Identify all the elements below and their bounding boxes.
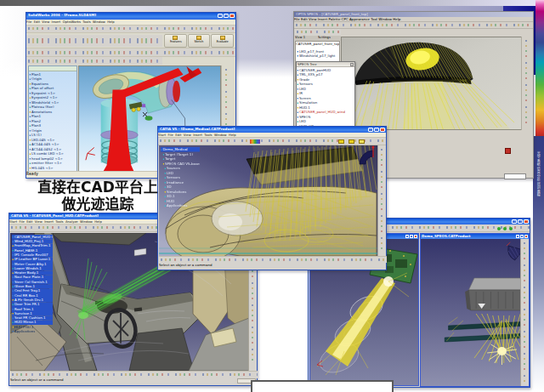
caption: 直接在CAD平台上 做光迹追踪 [26, 179, 170, 213]
side-vertical-text: 光学系统仿真分析培训教程 [536, 151, 541, 197]
medical-minimize-button[interactable] [368, 128, 373, 132]
medical-titlebar[interactable]: CATIA V5 - [Demo_Medical.CATProduct] [158, 127, 386, 133]
hud-tree-item[interactable]: Steer Col Garnish.1 [12, 280, 53, 284]
rainbow-strip [536, 0, 544, 141]
optis-toolbar[interactable] [294, 22, 533, 29]
pcb-min-button[interactable] [405, 235, 409, 238]
sw-cmd-features[interactable]: Features [164, 34, 187, 48]
lamp-min-button[interactable] [516, 235, 519, 238]
speos-tree-palette: SPEOS Tree CATUSER_panHUDTML_3XS_p17Grad… [296, 61, 355, 128]
medical-right-toolbar[interactable] [377, 145, 386, 256]
bottom-text-box [251, 380, 394, 392]
projector-minimize-button[interactable] [512, 219, 517, 224]
optis-right-toolbar[interactable] [521, 37, 532, 130]
palette-close-icon[interactable] [350, 63, 354, 66]
medical-statusbar: Select an object or a command [159, 263, 387, 270]
sw-cmd-sketch[interactable]: Sketch [188, 34, 211, 48]
hud-statusbar: Select an object or a command [10, 378, 258, 385]
hud-tree-item[interactable]: Applications [12, 329, 53, 333]
optis-coord-box[interactable] [504, 173, 526, 179]
optis-viewport[interactable] [341, 37, 522, 130]
optis-tree-item[interactable]: Windshield_p17_light [298, 54, 340, 58]
sw-title: SolidWorks 2006 - [Frame.SLDASM] [28, 13, 235, 17]
optis-tab-view[interactable]: View 1 [295, 36, 305, 38]
slide: 光学系统仿真分析培训教程 SolidWorks 2006 - [Frame.SL… [0, 0, 544, 392]
simulation-status-icons [497, 227, 501, 230]
medical-maximize-button[interactable] [374, 128, 379, 132]
sw-toolbar-optis[interactable]: Features Sketch Evaluate [26, 33, 235, 48]
sw-command-buttons[interactable]: Features Sketch Evaluate [164, 34, 234, 48]
sw-toolbar-view[interactable] [26, 48, 235, 57]
sw-close-button[interactable] [230, 14, 235, 18]
speos-icon-1[interactable] [338, 139, 344, 144]
sw-cmd-evaluate[interactable]: Evaluate [211, 34, 234, 48]
sw-minimize-button[interactable] [218, 14, 223, 18]
record-icon[interactable] [505, 148, 511, 154]
spectrum-icon[interactable] [250, 139, 260, 144]
caption-line2: 做光迹追踪 [26, 196, 170, 213]
sw-toolbar-standard[interactable] [26, 26, 235, 33]
sw-maximize-button[interactable] [224, 14, 229, 18]
palette-title: SPEOS Tree [298, 62, 355, 66]
speos-icon-2[interactable] [348, 139, 354, 144]
lamp-close-button[interactable] [524, 235, 528, 238]
sw-menubar[interactable]: File Edit View Insert OptisWorks Tools W… [26, 20, 235, 26]
medical-window: CATIA V5 - [Demo_Medical.CATProduct] Sta… [157, 126, 387, 270]
optis-tree-header: CATUSER_panel_front_top.mdl [296, 42, 339, 46]
sw-toolbar-extra[interactable] [26, 57, 162, 65]
hud-tree-item[interactable]: IP Leather BP Luxor.1 [12, 257, 53, 261]
optis-tab-settings[interactable]: Settings [318, 36, 331, 38]
lamp-right-toolbar[interactable] [520, 239, 529, 386]
caption-line1: 直接在CAD平台上 [26, 179, 170, 196]
right-edge-strip: 光学系统仿真分析培训教程 [533, 136, 544, 392]
pcb-close-button[interactable] [414, 235, 417, 238]
speos-icon-3[interactable] [359, 139, 365, 144]
lamp-child-titlebar[interactable]: Demo_SPEOS.CATProduct [421, 234, 529, 239]
pcb-max-button[interactable] [410, 235, 413, 238]
optis-mini-toolbar[interactable] [295, 29, 341, 36]
optis-3d-model [342, 37, 521, 129]
medical-toolbar[interactable] [158, 138, 386, 145]
projector-maximize-button[interactable] [518, 219, 523, 224]
lamp-child-title: Demo_SPEOS.CATProduct [422, 234, 530, 238]
medical-close-button[interactable] [380, 128, 385, 132]
sw-feature-tree[interactable]: Plan1OriginEquationsPlan of offsetEyepoi… [28, 65, 77, 173]
lamp-child-window: Demo_SPEOS.CATProduct [420, 233, 530, 387]
medical-bottom-toolbar[interactable] [159, 256, 387, 263]
lamp-viewport[interactable] [421, 239, 529, 386]
projector-close-button[interactable] [524, 219, 529, 224]
medical-title: CATIA V5 - [Demo_Medical.CATProduct] [160, 127, 386, 131]
lamp-max-button[interactable] [520, 235, 524, 238]
sw-titlebar[interactable]: SolidWorks 2006 - [Frame.SLDASM] [26, 13, 235, 20]
top-gradient-bar [0, 0, 544, 6]
optis-title: OPTIS SPEOS - [CATUSER_panel_front_top] [296, 12, 535, 16]
medical-viewport[interactable]: Demo_MedicalTarget (Target 1)TargetSPEOS… [159, 145, 378, 256]
